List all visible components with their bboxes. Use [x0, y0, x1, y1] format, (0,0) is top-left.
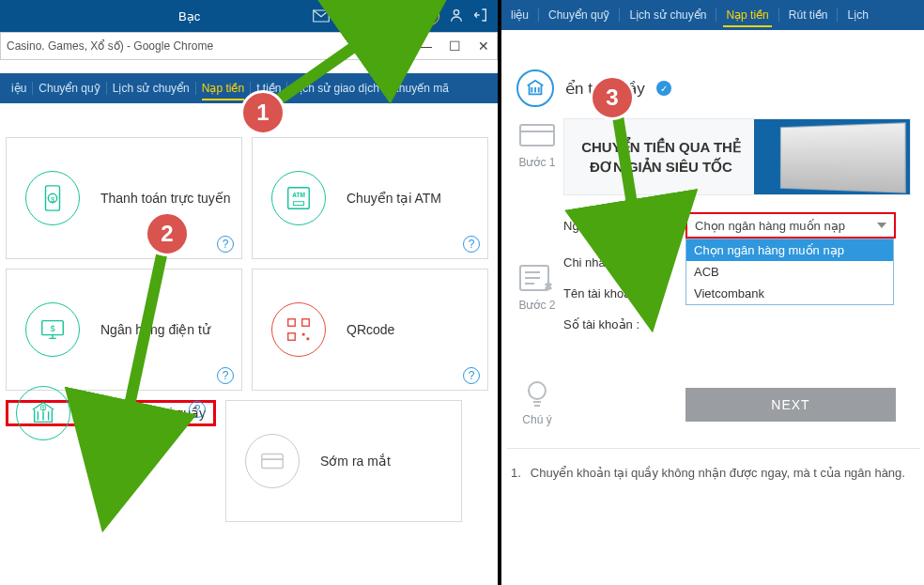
annotation-badge-1: 1 [240, 90, 285, 135]
annotation-badge-2: 2 [145, 211, 190, 256]
svg-line-22 [618, 116, 635, 222]
annotation-arrows [0, 0, 924, 585]
svg-line-21 [126, 255, 162, 423]
svg-line-20 [276, 36, 370, 101]
annotation-badge-3: 3 [590, 75, 635, 120]
